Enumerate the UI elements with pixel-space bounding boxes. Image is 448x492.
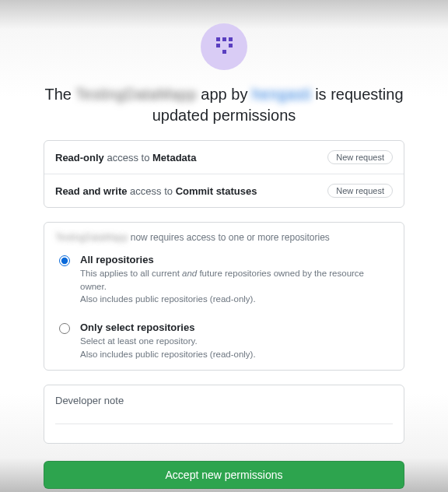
app-name: TestingDataMapp bbox=[75, 86, 197, 103]
permissions-panel: Read-only access to Metadata New request… bbox=[44, 140, 404, 208]
developer-note-label: Developer note bbox=[55, 395, 393, 424]
option-desc: Select at least one repository. Also inc… bbox=[80, 335, 393, 360]
repo-access-panel: TestingDataMapp now requires access to o… bbox=[44, 222, 404, 371]
option-title: Only select repositories bbox=[80, 322, 393, 333]
permission-prefix: Read-only bbox=[55, 152, 104, 163]
intro-app-name: TestingDataMapp bbox=[55, 232, 128, 243]
permission-row: Read and write access to Commit statuses… bbox=[44, 174, 404, 207]
svg-rect-3 bbox=[216, 44, 220, 47]
svg-rect-0 bbox=[216, 37, 220, 41]
title-by: app by bbox=[201, 86, 247, 103]
page-title: The TestingDataMapp app by hengasti is r… bbox=[44, 84, 404, 126]
svg-rect-1 bbox=[222, 37, 226, 41]
option-all-repositories[interactable]: All repositories This applies to all cur… bbox=[44, 248, 404, 315]
accept-permissions-button[interactable]: Accept new permissions bbox=[44, 461, 404, 489]
permission-target: Commit statuses bbox=[176, 185, 257, 197]
permission-row: Read-only access to Metadata New request bbox=[44, 141, 404, 174]
new-request-badge: New request bbox=[327, 184, 393, 198]
repo-access-intro: TestingDataMapp now requires access to o… bbox=[44, 223, 404, 248]
radio-select[interactable] bbox=[59, 323, 70, 334]
svg-rect-5 bbox=[222, 50, 226, 54]
title-pre: The bbox=[44, 86, 71, 103]
svg-rect-4 bbox=[229, 44, 233, 47]
option-desc: This applies to all current and future r… bbox=[80, 267, 393, 306]
permission-middle: access to bbox=[107, 152, 149, 163]
intro-text: now requires access to one or more repos… bbox=[131, 232, 330, 243]
developer-note-panel: Developer note bbox=[44, 385, 404, 444]
option-title: All repositories bbox=[80, 254, 393, 265]
app-logo-icon bbox=[212, 34, 236, 59]
app-avatar bbox=[201, 23, 247, 70]
permission-text: Read-only access to Metadata bbox=[55, 152, 196, 163]
permission-middle: access to bbox=[130, 185, 173, 197]
permission-text: Read and write access to Commit statuses bbox=[55, 185, 257, 197]
permission-prefix: Read and write bbox=[55, 185, 127, 197]
permission-target: Metadata bbox=[152, 152, 196, 163]
new-request-badge: New request bbox=[327, 150, 393, 164]
owner-link[interactable]: hengasti bbox=[252, 86, 311, 103]
option-select-repositories[interactable]: Only select repositories Select at least… bbox=[44, 315, 404, 370]
radio-all[interactable] bbox=[59, 255, 70, 266]
svg-rect-2 bbox=[229, 37, 233, 41]
